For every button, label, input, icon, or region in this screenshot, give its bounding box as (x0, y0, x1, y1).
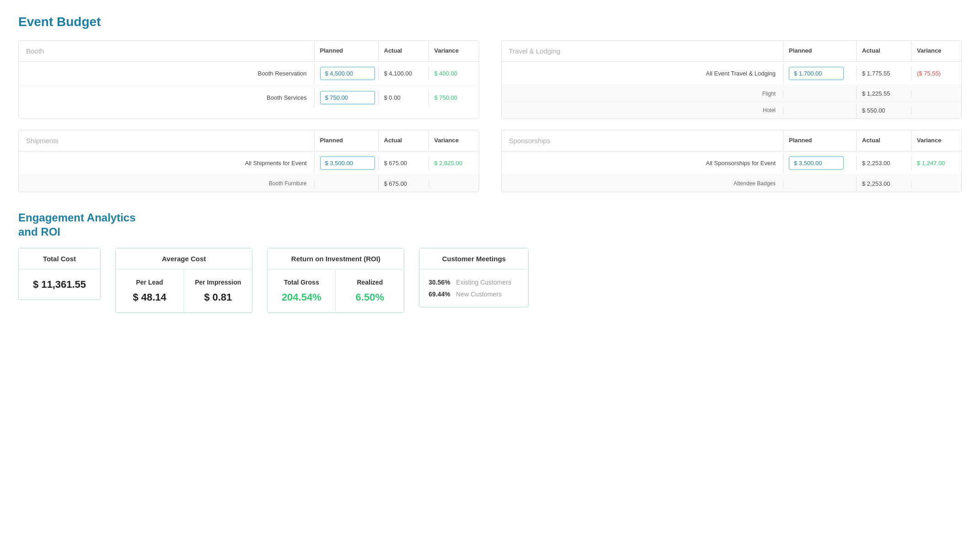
table-row: Attendee Badges $ 2,253.00 (502, 175, 962, 192)
page-title: Event Budget (18, 15, 962, 29)
roi-header: Return on Investment (ROI) (268, 248, 404, 269)
total-gross-value: 204.54% (278, 291, 324, 303)
budget-grid: Booth Planned Actual Variance Booth Rese… (18, 40, 962, 192)
table-row: Booth Reservation $ 4,100.00 $ 400.00 (19, 62, 479, 86)
per-lead-label: Per Lead (127, 279, 172, 286)
shipments-variance: $ 2,825.00 (428, 156, 479, 170)
travel-section: Travel & Lodging Planned Actual Variance… (501, 40, 962, 119)
customer-meetings-header: Customer Meetings (419, 248, 528, 269)
new-customers-pct: 69.44% (428, 291, 451, 298)
sponsorships-section: Sponsorships Planned Actual Variance All… (501, 130, 962, 192)
booth-reservation-planned-cell (314, 63, 378, 84)
table-row: Hotel $ 550.00 (502, 102, 962, 118)
booth-furniture-label: Booth Furniture (19, 177, 314, 190)
booth-services-label: Booth Services (19, 89, 314, 107)
travel-actual: $ 1,775.55 (856, 66, 911, 81)
sponsorships-actual: $ 2,253.00 (856, 156, 911, 170)
booth-services-actual: $ 0.00 (378, 91, 428, 105)
booth-col-planned: Planned (314, 41, 378, 61)
total-gross-col: Total Gross 204.54% (268, 269, 336, 312)
analytics-section: Engagement Analytics and ROI Total Cost … (18, 210, 962, 313)
per-impression-col: Per Impression $ 0.81 (184, 269, 252, 312)
shipments-planned-input[interactable] (320, 156, 375, 170)
shipments-col-variance: Variance (428, 130, 479, 151)
shipments-all-label: All Shipments for Event (19, 154, 314, 172)
sponsorships-col-planned: Planned (783, 130, 856, 151)
sponsorships-header-row: Sponsorships Planned Actual Variance (502, 130, 962, 151)
list-item: 69.44% New Customers (428, 291, 502, 298)
shipments-header-row: Shipments Planned Actual Variance (19, 130, 479, 151)
booth-reservation-label: Booth Reservation (19, 65, 314, 82)
sponsorships-planned-input[interactable] (789, 156, 844, 170)
per-lead-value: $ 48.14 (127, 291, 172, 303)
shipments-section: Shipments Planned Actual Variance All Sh… (18, 130, 479, 192)
travel-all-label: All Event Travel & Lodging (502, 65, 783, 82)
booth-section: Booth Planned Actual Variance Booth Rese… (18, 40, 479, 119)
table-row: Booth Services $ 0.00 $ 750.00 (19, 86, 479, 109)
shipments-section-title: Shipments (19, 130, 314, 151)
realized-value: 6.50% (347, 291, 393, 303)
total-cost-value: $ 11,361.55 (33, 279, 86, 291)
table-row: All Shipments for Event $ 675.00 $ 2,825… (19, 151, 479, 175)
per-impression-label: Per Impression (195, 279, 241, 286)
booth-services-variance: $ 750.00 (428, 91, 479, 105)
travel-col-actual: Actual (856, 41, 911, 61)
attendee-badges-label: Attendee Badges (502, 177, 783, 190)
sponsorships-col-actual: Actual (856, 130, 911, 151)
realized-col: Realized 6.50% (336, 269, 404, 312)
average-cost-header: Average Cost (116, 248, 252, 269)
sponsorships-planned-cell (783, 153, 856, 173)
booth-furniture-actual: $ 675.00 (378, 177, 428, 191)
table-row: Booth Furniture $ 675.00 (19, 175, 479, 192)
roi-card: Return on Investment (ROI) Total Gross 2… (267, 248, 404, 313)
average-cost-card: Average Cost Per Lead $ 48.14 Per Impres… (115, 248, 252, 313)
travel-col-variance: Variance (911, 41, 961, 61)
hotel-label: Hotel (502, 103, 783, 117)
travel-header-row: Travel & Lodging Planned Actual Variance (502, 41, 962, 62)
hotel-actual: $ 550.00 (856, 103, 911, 118)
travel-col-planned: Planned (783, 41, 856, 61)
existing-customers-pct: 30.56% (428, 279, 451, 286)
shipments-col-planned: Planned (314, 130, 378, 151)
shipments-planned-cell (314, 153, 378, 173)
sponsorships-variance: $ 1,247.00 (911, 156, 961, 170)
customer-meetings-card: Customer Meetings 30.56% Existing Custom… (419, 248, 529, 307)
booth-header-row: Booth Planned Actual Variance (19, 41, 479, 62)
shipments-actual: $ 675.00 (378, 156, 428, 170)
booth-reservation-variance: $ 400.00 (428, 66, 479, 81)
booth-reservation-actual: $ 4,100.00 (378, 66, 428, 81)
total-gross-label: Total Gross (278, 279, 324, 286)
list-item: 30.56% Existing Customers (428, 279, 511, 286)
sponsorships-section-title: Sponsorships (502, 130, 783, 151)
table-row: All Sponsorships for Event $ 2,253.00 $ … (502, 151, 962, 175)
realized-label: Realized (347, 279, 393, 286)
analytics-cards-row: Total Cost $ 11,361.55 Average Cost Per … (18, 248, 962, 313)
travel-section-title: Travel & Lodging (502, 41, 783, 61)
booth-reservation-planned-input[interactable] (320, 67, 375, 80)
booth-col-variance: Variance (428, 41, 479, 61)
travel-variance: ($ 75.55) (911, 66, 961, 81)
analytics-title: Engagement Analytics and ROI (18, 210, 962, 239)
sponsorships-all-label: All Sponsorships for Event (502, 154, 783, 172)
booth-services-planned-input[interactable] (320, 91, 375, 104)
table-row: Flight $ 1,225.55 (502, 86, 962, 102)
booth-col-actual: Actual (378, 41, 428, 61)
table-row: All Event Travel & Lodging $ 1,775.55 ($… (502, 62, 962, 86)
booth-services-planned-cell (314, 87, 378, 108)
travel-planned-cell (783, 63, 856, 84)
travel-planned-input[interactable] (789, 67, 844, 80)
flight-actual: $ 1,225.55 (856, 86, 911, 101)
total-cost-card: Total Cost $ 11,361.55 (18, 248, 101, 300)
attendee-badges-actual: $ 2,253.00 (856, 177, 911, 191)
per-lead-col: Per Lead $ 48.14 (116, 269, 184, 312)
total-cost-header: Total Cost (19, 248, 100, 269)
flight-label: Flight (502, 87, 783, 101)
existing-customers-label: Existing Customers (456, 279, 511, 286)
booth-section-title: Booth (19, 41, 314, 61)
sponsorships-col-variance: Variance (911, 130, 961, 151)
shipments-col-actual: Actual (378, 130, 428, 151)
per-impression-value: $ 0.81 (195, 291, 241, 303)
new-customers-label: New Customers (456, 291, 502, 298)
